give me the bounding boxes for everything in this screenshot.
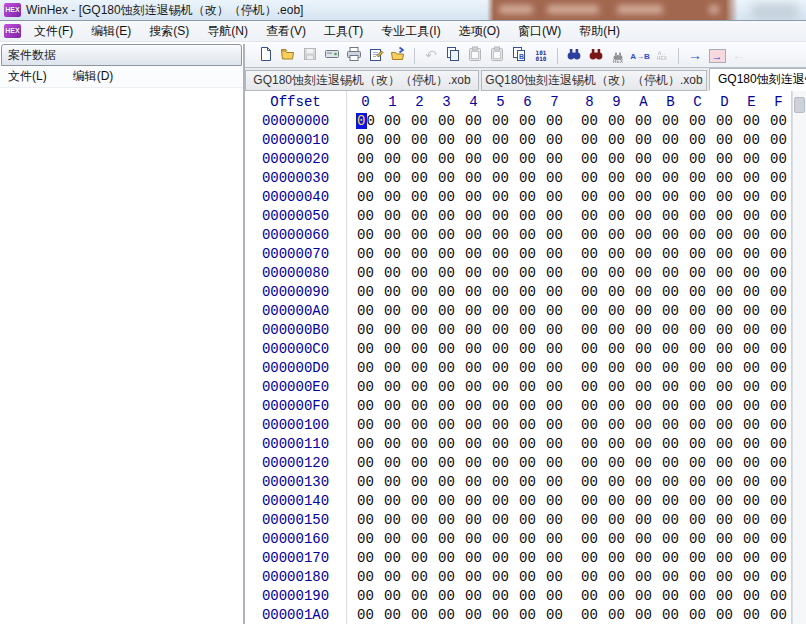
hex-byte[interactable]: 00 [684, 321, 711, 340]
hex-byte[interactable]: 00 [711, 492, 738, 511]
hex-byte[interactable]: 00 [657, 112, 684, 131]
menu-item[interactable]: 查看(V) [257, 21, 315, 41]
hex-byte[interactable]: 00 [433, 606, 460, 624]
hex-byte[interactable]: 00 [541, 568, 568, 587]
hex-byte[interactable]: 00 [603, 188, 630, 207]
hex-byte[interactable]: 00 [603, 492, 630, 511]
case-panel-menu-item[interactable]: 编辑(D) [73, 68, 114, 85]
hex-byte[interactable]: 00 [406, 511, 433, 530]
hex-byte[interactable]: 00 [711, 340, 738, 359]
hex-byte[interactable]: 00 [541, 473, 568, 492]
hex-byte[interactable]: 00 [487, 492, 514, 511]
hex-byte[interactable]: 00 [379, 207, 406, 226]
hex-byte[interactable]: 00 [711, 245, 738, 264]
hex-byte[interactable]: 00 [541, 340, 568, 359]
hex-byte[interactable]: 00 [603, 131, 630, 150]
menu-item[interactable]: 导航(N) [198, 21, 257, 41]
hex-byte[interactable]: 00 [460, 245, 487, 264]
hex-byte[interactable]: 00 [460, 321, 487, 340]
hex-byte[interactable]: 00 [460, 511, 487, 530]
hex-byte[interactable]: 00 [460, 226, 487, 245]
hex-byte[interactable]: 00 [352, 530, 379, 549]
hex-byte[interactable]: 00 [711, 606, 738, 624]
hex-byte[interactable]: 00 [576, 207, 603, 226]
hex-byte[interactable]: 00 [433, 302, 460, 321]
hex-byte[interactable]: 00 [711, 131, 738, 150]
hex-byte[interactable]: 00 [765, 245, 792, 264]
hex-byte[interactable]: 00 [406, 112, 433, 131]
hex-byte[interactable]: 00 [541, 587, 568, 606]
hex-byte[interactable]: 00 [630, 530, 657, 549]
edit-data-button[interactable] [365, 46, 387, 66]
hex-byte[interactable]: 00 [657, 530, 684, 549]
hex-byte[interactable]: 00 [352, 378, 379, 397]
hex-byte[interactable]: 00 [487, 188, 514, 207]
hex-byte[interactable]: 00 [630, 131, 657, 150]
hex-byte[interactable]: 00 [711, 397, 738, 416]
hex-byte[interactable]: 00 [460, 435, 487, 454]
hex-byte[interactable]: 00 [711, 283, 738, 302]
hex-byte[interactable]: 00 [711, 188, 738, 207]
hex-byte[interactable]: 00 [406, 188, 433, 207]
hex-byte[interactable]: 00 [460, 606, 487, 624]
hex-byte[interactable]: 00 [460, 340, 487, 359]
hex-byte[interactable]: 00 [711, 549, 738, 568]
hex-byte[interactable]: 00 [406, 283, 433, 302]
hex-byte[interactable]: 00 [684, 207, 711, 226]
hex-byte[interactable]: 00 [514, 283, 541, 302]
hex-byte[interactable]: 00 [460, 112, 487, 131]
hex-byte[interactable]: 00 [765, 112, 792, 131]
hex-byte[interactable]: 00 [541, 302, 568, 321]
hex-byte[interactable]: 00 [765, 378, 792, 397]
document-tab[interactable]: GQ180蚀刻连退锡机（改）（停机）.eob [709, 68, 806, 91]
hex-byte[interactable]: 00 [603, 587, 630, 606]
hex-byte[interactable]: 00 [603, 473, 630, 492]
hex-byte[interactable]: 00 [603, 264, 630, 283]
hex-byte[interactable]: 00 [460, 150, 487, 169]
hex-byte[interactable]: 00 [352, 397, 379, 416]
hex-byte[interactable]: 00 [460, 169, 487, 188]
hex-byte[interactable]: 00 [460, 473, 487, 492]
hex-byte[interactable]: 00 [684, 530, 711, 549]
hex-byte[interactable]: 00 [684, 150, 711, 169]
hex-byte[interactable]: 00 [765, 473, 792, 492]
hex-byte[interactable]: 00 [352, 226, 379, 245]
hex-byte[interactable]: 00 [765, 492, 792, 511]
hex-byte[interactable]: 00 [379, 492, 406, 511]
hex-byte[interactable]: 00 [406, 169, 433, 188]
hex-byte[interactable]: 00 [603, 150, 630, 169]
hex-byte[interactable]: 00 [765, 207, 792, 226]
hex-byte[interactable]: 00 [541, 435, 568, 454]
hex-byte[interactable]: 00 [711, 530, 738, 549]
hex-byte[interactable]: 00 [684, 587, 711, 606]
hex-byte[interactable]: 00 [487, 587, 514, 606]
menu-item[interactable]: 帮助(H) [570, 21, 629, 41]
hex-byte[interactable]: 00 [460, 359, 487, 378]
hex-byte[interactable]: 00 [352, 169, 379, 188]
hex-byte[interactable]: 00 [379, 169, 406, 188]
hex-byte[interactable]: 00 [765, 340, 792, 359]
hex-byte[interactable]: 00 [711, 264, 738, 283]
copy-block-button[interactable] [442, 46, 464, 66]
hex-byte[interactable]: 00 [541, 112, 568, 131]
hex-byte[interactable]: 00 [541, 169, 568, 188]
hex-byte[interactable]: 00 [765, 549, 792, 568]
hex-byte[interactable]: 00 [630, 207, 657, 226]
hex-byte[interactable]: 00 [630, 397, 657, 416]
hex-byte[interactable]: 00 [657, 435, 684, 454]
hex-byte[interactable]: 00 [460, 530, 487, 549]
hex-byte[interactable]: 00 [487, 606, 514, 624]
hex-byte[interactable]: 00 [684, 568, 711, 587]
hex-byte[interactable]: 00 [406, 435, 433, 454]
hex-byte[interactable]: 00 [433, 131, 460, 150]
hex-byte[interactable]: 00 [433, 530, 460, 549]
hex-byte[interactable]: 00 [738, 416, 765, 435]
hex-byte[interactable]: 00 [541, 131, 568, 150]
hex-byte[interactable]: 00 [711, 226, 738, 245]
hex-byte[interactable]: 00 [514, 530, 541, 549]
hex-byte[interactable]: 00 [460, 568, 487, 587]
hex-byte[interactable]: 00 [487, 397, 514, 416]
hex-byte[interactable]: 00 [487, 568, 514, 587]
hex-byte[interactable]: 00 [684, 435, 711, 454]
hex-byte[interactable]: 00 [514, 169, 541, 188]
